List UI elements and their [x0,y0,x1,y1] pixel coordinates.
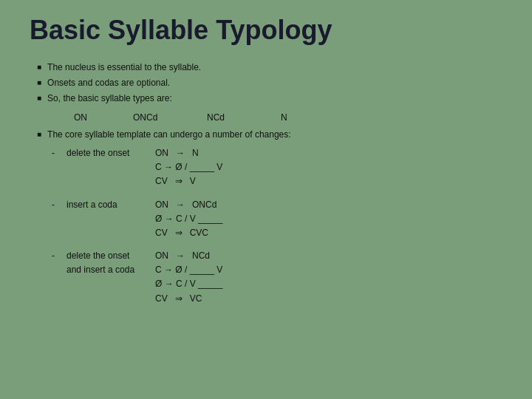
bullet-list: ■ The nucleus is essential to the syllab… [37,61,502,106]
rule-2-1: ON → ONCd [155,198,273,212]
rule-3-4: CV ⇒ VC [155,292,273,306]
bullet-dot-3: ■ [37,92,41,104]
rule-3-3: Ø → C / V _____ [155,277,273,291]
bullet-text-1: The nucleus is essential to the syllable… [47,61,201,75]
change-row-2: - insert a coda ON → ONCd Ø → C / V ____… [52,198,502,241]
dash-3: - [52,249,66,263]
change-row-1: - delete the onset ON → N C → Ø / _____ … [52,146,502,189]
bullet-item-3: ■ So, the basic syllable types are: [37,92,502,106]
rule-2-2: Ø → C / V _____ [155,212,273,226]
slide: Basic Syllable Typology ■ The nucleus is… [0,0,532,399]
rule-3-2: C → Ø / _____ V [155,263,273,277]
rule-3-1: ON → NCd [155,249,273,263]
content-area: ■ The nucleus is essential to the syllab… [30,61,502,306]
change-desc-3b: and insert a coda [66,263,155,277]
change-row-3: - delete the onset and insert a coda ON … [52,249,502,306]
changes-section: - delete the onset ON → N C → Ø / _____ … [52,146,502,306]
syllable-types-row: ON ONCd NCd N [74,111,502,125]
bullet-item-4: ■ The core syllable template can undergo… [37,128,502,142]
bullet-text-2: Onsets and codas are optional. [47,76,170,90]
bullet-dot-2: ■ [37,77,41,89]
change-desc-3a: delete the onset [66,249,155,263]
change-desc-1: delete the onset [66,146,155,160]
rule-1-2: C → Ø / _____ V [155,160,273,174]
bullet-dot-1: ■ [37,61,41,73]
syl-type-oncod: ONCd [133,111,207,125]
bullet-item-1: ■ The nucleus is essential to the syllab… [37,61,502,75]
change-rules-2: ON → ONCd Ø → C / V _____ CV ⇒ CVC [155,198,273,241]
dash-1: - [52,146,66,160]
change-rules-1: ON → N C → Ø / _____ V CV ⇒ V [155,146,273,189]
page-title: Basic Syllable Typology [30,15,502,46]
syl-type-ncd: NCd [207,111,281,125]
change-desc-3: delete the onset and insert a coda [66,249,155,277]
rule-1-3: CV ⇒ V [155,174,273,188]
rule-2-3: CV ⇒ CVC [155,226,273,240]
syl-type-on: ON [74,111,133,125]
core-template-bullet: ■ The core syllable template can undergo… [37,128,502,142]
dash-2: - [52,198,66,212]
change-desc-2: insert a coda [66,198,155,212]
bullet-dot-4: ■ [37,129,41,140]
rule-1-1: ON → N [155,146,273,160]
change-rules-3: ON → NCd C → Ø / _____ V Ø → C / V _____… [155,249,273,306]
syl-type-n: N [281,111,287,125]
core-template-intro: The core syllable template can undergo a… [47,128,291,142]
bullet-item-2: ■ Onsets and codas are optional. [37,76,502,90]
bullet-text-3: So, the basic syllable types are: [47,92,172,106]
